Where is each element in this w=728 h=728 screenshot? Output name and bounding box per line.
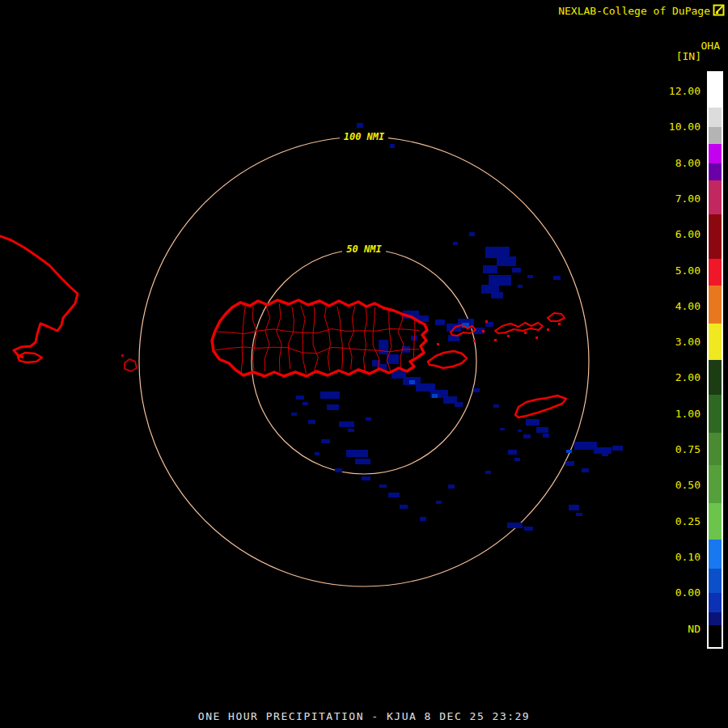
island-vieques [428, 351, 467, 368]
precip-cell [435, 320, 445, 325]
land-speckle [507, 335, 510, 337]
colorbar-segment [709, 108, 722, 127]
colorbar-segment [709, 360, 722, 395]
precip-cell [500, 428, 505, 430]
municipal-boundary-line [349, 307, 355, 369]
precip-cell [493, 404, 499, 408]
land-speckle [558, 323, 561, 325]
precip-cell [321, 439, 330, 443]
precip-cell [420, 517, 426, 521]
precip-cell [432, 394, 438, 398]
land-speckle [121, 354, 124, 357]
precip-cell [524, 527, 533, 531]
municipal-boundary-line [215, 347, 419, 353]
land-speckle [535, 336, 538, 339]
precip-cell [355, 459, 370, 464]
colorbar-segment [709, 395, 722, 433]
land-speckle [494, 339, 497, 341]
precip-cell [594, 447, 612, 454]
precip-cell [543, 434, 549, 438]
precip-cell [409, 380, 415, 384]
colorbar-tick-label: 0.50 [636, 479, 700, 492]
municipal-boundary-line [398, 307, 404, 370]
colorbar-segment [709, 540, 722, 569]
coastline-hispaniola [0, 235, 78, 358]
precip-cell [308, 420, 315, 424]
precip-cell [335, 468, 342, 472]
colorbar-tick-label: 0.75 [636, 443, 700, 456]
precip-cell [379, 340, 388, 354]
precip-cell [388, 493, 400, 497]
colorbar-segment [709, 569, 722, 593]
precip-cell [453, 242, 458, 245]
land-speckle [473, 340, 476, 342]
units-label: [IN] [676, 50, 701, 62]
municipal-boundary-line [215, 328, 419, 333]
colorbar-segment [709, 625, 722, 647]
municipal-boundary-line [277, 303, 282, 372]
island-mona [125, 359, 137, 371]
colorbar-segment [709, 433, 722, 465]
colorbar-tick-label: 3.00 [636, 336, 700, 349]
municipal-boundary-line [241, 303, 246, 374]
precip-cell [362, 476, 370, 480]
colorbar-tick-label: 7.00 [636, 193, 700, 205]
precip-cell [348, 429, 354, 432]
product-label: OHA [701, 40, 720, 52]
precip-cell [536, 427, 548, 433]
colorbar-segment [709, 127, 722, 144]
precip-cell [491, 292, 503, 298]
land-speckle [437, 343, 439, 345]
precip-cell [320, 392, 340, 399]
land-speckle [524, 332, 527, 334]
precip-cell [523, 434, 531, 438]
precip-cell [485, 471, 491, 474]
precip-cell [473, 388, 480, 392]
precip-cell [390, 144, 395, 148]
municipal-boundary-line [324, 304, 330, 371]
precip-cell [291, 413, 297, 416]
colorbar-segment [709, 503, 722, 540]
precip-cell [483, 265, 497, 273]
colorbar-tick-label: 10.00 [636, 121, 700, 133]
municipal-boundary-line [288, 307, 294, 369]
land-speckle [482, 330, 485, 332]
caption-text: ONE HOUR PRECIPITATION - KJUA 8 DEC 25 2… [0, 710, 728, 722]
colorbar-tick-label: 0.25 [636, 515, 700, 528]
radar-display: 100 NMI50 NMI NEXLAB-College of DuPage O… [0, 0, 728, 728]
colorbar-tick-label: 1.00 [636, 408, 700, 421]
precip-cell [574, 442, 597, 450]
precip-cell [527, 275, 533, 278]
precip-cell [303, 402, 308, 405]
land-speckle [485, 320, 488, 323]
precip-cell [514, 458, 520, 461]
colorbar-segment [709, 465, 722, 503]
colorbar-tick-label: 4.00 [636, 300, 700, 313]
precip-cell [518, 430, 522, 432]
colorbar-tick-label: 0.10 [636, 551, 700, 564]
municipal-boundary-line [313, 307, 318, 370]
colorbar-segment [709, 324, 722, 360]
precip-cell [400, 505, 408, 509]
colorbar-segment [709, 163, 722, 180]
precip-cell [612, 446, 623, 451]
colorbar-tick-label: 2.00 [636, 371, 700, 384]
precip-cell [436, 501, 442, 504]
cod-logo-icon [713, 4, 725, 16]
colorbar-tick-label: ND [636, 623, 700, 636]
precip-cell [518, 285, 523, 288]
colorbar-segment [709, 612, 722, 625]
precip-cell [553, 276, 561, 280]
ring-label-100nmi: 100 NMI [344, 131, 385, 142]
radar-canvas: 100 NMI50 NMI [0, 0, 728, 728]
precip-cell [566, 450, 572, 453]
islands-st-thomas-chain [495, 323, 543, 333]
island-puerto-rico [212, 300, 427, 376]
precip-cell [379, 485, 387, 488]
precip-cell [357, 123, 363, 128]
land-speckle [547, 328, 549, 331]
precip-cell [576, 513, 582, 516]
precip-cell [455, 402, 463, 407]
colorbar [707, 71, 723, 649]
precip-cell [582, 468, 589, 472]
